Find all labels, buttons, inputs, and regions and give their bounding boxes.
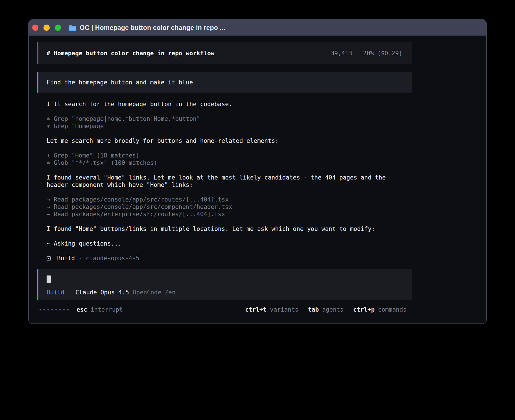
esc-key-hint: esc (77, 306, 87, 313)
close-button[interactable] (32, 25, 38, 31)
user-message-text: Find the homepage button and make it blu… (47, 79, 193, 86)
user-message: Find the homepage button and make it blu… (37, 72, 412, 93)
window-title: OC | Homepage button color change in rep… (80, 24, 225, 32)
input-provider: OpenCode Zen (133, 289, 176, 296)
prompt-input[interactable]: Build Claude Opus 4.5 OpenCode Zen (37, 269, 412, 300)
tool-call-read: → Read packages/console/app/src/routes/[… (47, 196, 397, 203)
terminal-window: OC | Homepage button color change in rep… (28, 19, 487, 324)
text-cursor (47, 275, 51, 283)
input-mode: Build (47, 289, 64, 296)
tool-call-read: → Read packages/enterprise/src/routes/[.… (47, 211, 397, 218)
shortcut-agents: tab agents (308, 306, 344, 313)
token-count: 39,413 (331, 50, 352, 57)
asking-questions-status: ~ Asking questions... (47, 240, 397, 247)
shortcut-variants: ctrl+t variants (245, 306, 298, 313)
session-stats: 39,413 20% ($0.29) (331, 50, 402, 57)
input-model: Claude Opus 4.5 (75, 289, 129, 296)
tool-call-grep: ∗ Grep "Home" (18 matches) (47, 152, 397, 159)
input-status-row: Build Claude Opus 4.5 OpenCode Zen (47, 289, 404, 296)
assistant-text: I found several "Home" links. Let me loo… (47, 174, 397, 189)
terminal-content: # Homepage button color change in repo w… (29, 36, 486, 313)
minimize-button[interactable] (43, 25, 50, 31)
session-header: # Homepage button color change in repo w… (37, 42, 412, 64)
folder-icon (68, 25, 76, 31)
agent-name: Build (57, 255, 75, 262)
shortcut-commands: ctrl+p commands (353, 306, 407, 313)
tool-call-grep: ∗ Grep "Homepage" (47, 123, 397, 130)
assistant-text: I'll search for the homepage button in t… (47, 100, 397, 108)
titlebar[interactable]: OC | Homepage button color change in rep… (29, 20, 486, 36)
working-spinner (40, 309, 69, 310)
tool-call-glob: ∗ Glob "**/*.tsx" (100 matches) (47, 159, 397, 167)
traffic-lights (32, 25, 61, 31)
context-cost: 20% ($0.29) (363, 50, 402, 57)
tool-call-read: → Read packages/console/app/src/componen… (47, 203, 397, 211)
interrupt-label: interrupt (91, 306, 123, 313)
agent-model: claude-opus-4-5 (86, 255, 139, 262)
separator-dot: · (78, 255, 82, 262)
tool-call-grep: ∗ Grep "homepage|home.*button|Home.*butt… (47, 115, 397, 123)
status-bar: esc interrupt ctrl+t variants tab agents… (37, 306, 412, 313)
assistant-transcript: I'll search for the homepage button in t… (37, 100, 397, 247)
assistant-text: Let me search more broadly for buttons a… (47, 137, 397, 145)
build-agent-icon (47, 256, 51, 261)
assistant-text: I found "Home" buttons/links in multiple… (47, 225, 397, 233)
agent-status-row: Build · claude-opus-4-5 (37, 255, 412, 262)
session-title: # Homepage button color change in repo w… (47, 50, 214, 57)
zoom-button[interactable] (55, 25, 61, 31)
